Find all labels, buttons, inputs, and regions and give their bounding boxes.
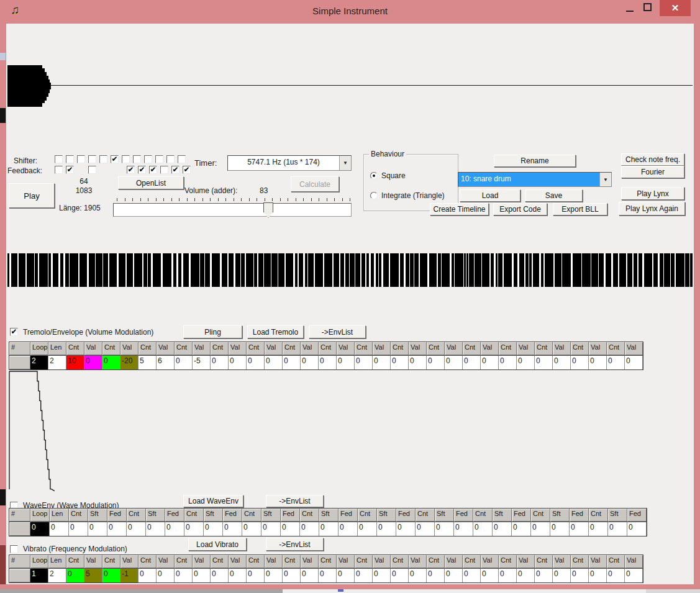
grid-cell[interactable]: 0	[165, 522, 184, 536]
chevron-down-icon[interactable]: ▼	[339, 156, 351, 170]
len-cell[interactable]: 2	[48, 569, 66, 582]
grid-cell[interactable]: 0	[261, 522, 281, 536]
grid-cell[interactable]: 0	[84, 356, 102, 369]
grid-cell[interactable]: 0	[535, 356, 553, 369]
grid-cell[interactable]: 0	[301, 569, 319, 582]
grid-cell[interactable]: 0	[69, 522, 88, 536]
calculate-button[interactable]: Calculate	[291, 176, 339, 192]
feedback-checkbox-8[interactable]	[171, 166, 180, 174]
grid-cell[interactable]: 0	[184, 522, 204, 536]
grid-cell[interactable]: 0	[531, 522, 550, 536]
shifter-checkbox-10[interactable]	[155, 155, 163, 163]
loop-cell[interactable]: 2	[30, 356, 48, 369]
shifter-checkbox-11[interactable]	[166, 155, 175, 163]
vibrato-envlist-button[interactable]: ->EnvList	[266, 538, 324, 551]
grid-cell[interactable]: 0	[553, 569, 571, 582]
grid-cell[interactable]: 0	[358, 522, 377, 536]
grid-cell[interactable]: 0	[319, 522, 339, 536]
grid-cell[interactable]: 0	[608, 522, 627, 536]
grid-cell[interactable]: 0	[512, 522, 531, 536]
feedback-checkbox-1[interactable]	[55, 166, 63, 174]
grid-cell[interactable]: 0	[463, 356, 481, 369]
grid-cell[interactable]: 0	[481, 569, 499, 582]
grid-cell[interactable]: 0	[535, 569, 553, 582]
grid-cell[interactable]: 0	[473, 522, 493, 536]
grid-cell[interactable]: 0	[445, 569, 463, 582]
grid-cell[interactable]: 0	[204, 522, 223, 536]
grid-cell[interactable]: 0	[102, 356, 120, 369]
feedback-checkbox-6[interactable]	[149, 166, 157, 174]
grid-cell[interactable]: 0	[589, 522, 608, 536]
grid-cell[interactable]: 0	[193, 569, 211, 582]
shifter-checkbox-1[interactable]	[55, 155, 63, 163]
shifter-checkbox-6[interactable]	[111, 155, 119, 163]
volume-slider-track[interactable]	[113, 203, 352, 217]
grid-cell[interactable]: 0	[553, 356, 571, 369]
feedback-checkbox-3[interactable]	[88, 166, 96, 174]
save-button[interactable]: Save	[525, 189, 583, 202]
export-bll-button[interactable]: Export BLL	[553, 203, 607, 215]
shifter-checkbox-8[interactable]	[133, 155, 141, 163]
len-cell[interactable]: 0	[50, 522, 69, 536]
grid-cell[interactable]: 0	[223, 522, 242, 536]
square-radio[interactable]	[370, 172, 378, 179]
row-select-button[interactable]	[9, 356, 30, 369]
grid-cell[interactable]: 0	[571, 569, 589, 582]
grid-cell[interactable]: 0	[355, 356, 373, 369]
grid-cell[interactable]: 0	[283, 569, 301, 582]
grid-cell[interactable]: 0	[283, 356, 301, 369]
grid-cell[interactable]: 5	[84, 569, 102, 582]
grid-cell[interactable]: 0	[337, 356, 355, 369]
grid-cell[interactable]: 0	[409, 569, 427, 582]
feedback-checkbox-5[interactable]	[138, 166, 146, 174]
load-waveenv-button[interactable]: Load WaveEnv	[183, 495, 243, 507]
grid-cell[interactable]: 0	[319, 356, 337, 369]
grid-cell[interactable]: -5	[193, 356, 211, 369]
shifter-checkbox-2[interactable]	[66, 155, 74, 163]
feedback-checkbox-7[interactable]	[160, 166, 168, 174]
check-note-freq-button[interactable]: Check note freq.	[621, 153, 684, 166]
grid-cell[interactable]: 0	[211, 569, 229, 582]
square-radio-label[interactable]: Square	[381, 171, 406, 180]
export-code-button[interactable]: Export Code	[493, 203, 547, 215]
vibrato-label[interactable]: Vibrato (Frequency Modulation)	[23, 545, 127, 553]
grid-cell[interactable]: 0	[445, 356, 463, 369]
grid-cell[interactable]: 0	[493, 522, 512, 536]
grid-cell[interactable]: 0	[146, 522, 165, 536]
grid-cell[interactable]: -20	[120, 356, 139, 369]
grid-cell[interactable]: 0	[391, 569, 409, 582]
shifter-checkbox-5[interactable]	[99, 155, 107, 163]
grid-cell[interactable]: 0	[396, 522, 416, 536]
grid-cell[interactable]: 0	[242, 522, 261, 536]
grid-cell[interactable]: 0	[571, 356, 589, 369]
grid-cell[interactable]: 0	[625, 356, 643, 369]
load-vibrato-button[interactable]: Load Vibrato	[188, 538, 247, 551]
grid-cell[interactable]: 0	[281, 522, 300, 536]
grid-cell[interactable]: 0	[589, 356, 607, 369]
rename-button[interactable]: Rename	[494, 155, 576, 167]
grid-cell[interactable]: 0	[300, 522, 319, 536]
grid-cell[interactable]: 0	[247, 569, 265, 582]
grid-cell[interactable]: 0	[550, 522, 570, 536]
feedback-checkbox-4[interactable]	[127, 166, 135, 174]
pling-button[interactable]: Pling	[183, 325, 242, 338]
grid-cell[interactable]: 0	[339, 522, 358, 536]
grid-cell[interactable]: 0	[499, 569, 517, 582]
load-button[interactable]: Load	[460, 189, 520, 202]
shifter-checkbox-4[interactable]	[88, 155, 96, 163]
grid-cell[interactable]: 0	[157, 569, 175, 582]
grid-cell[interactable]: 0	[607, 356, 625, 369]
grid-cell[interactable]: 0	[625, 569, 643, 582]
integrate-radio-label[interactable]: Integrate (Triangle)	[381, 191, 445, 200]
grid-cell[interactable]: 0	[355, 569, 373, 582]
grid-cell[interactable]: 0	[627, 522, 647, 536]
chevron-down-icon[interactable]: ▼	[599, 173, 611, 186]
shifter-checkbox-7[interactable]	[122, 155, 130, 163]
vibrato-checkbox[interactable]	[10, 545, 18, 553]
grid-cell[interactable]: 0	[107, 522, 127, 536]
grid-cell[interactable]: 0	[229, 569, 247, 582]
loop-cell[interactable]: 1	[30, 569, 48, 582]
grid-cell[interactable]: -1	[120, 569, 139, 582]
grid-cell[interactable]: 0	[391, 356, 409, 369]
tremolo-label[interactable]: Tremolo/Envelope (Volume Modulation)	[23, 328, 153, 337]
